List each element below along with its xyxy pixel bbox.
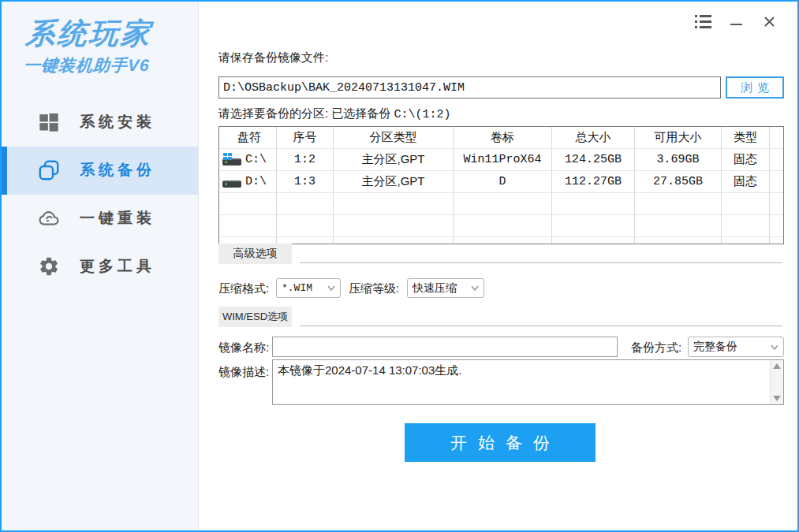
sidebar-nav: 系统安装 系统备份: [2, 99, 198, 291]
chevron-down-icon: [471, 285, 479, 291]
col-part-type: 分区类型: [334, 127, 454, 148]
logo-title: 系统玩家: [24, 19, 200, 50]
col-index: 序号: [277, 127, 334, 148]
scroll-up-icon[interactable]: [773, 363, 781, 369]
volume-cell: Win11ProX64: [454, 149, 552, 170]
col-total: 总大小: [552, 127, 635, 148]
menu-list-icon[interactable]: [693, 13, 712, 30]
cloud-reinstall-icon: [37, 206, 61, 230]
volume-cell: D: [454, 171, 552, 192]
minimize-icon[interactable]: [726, 13, 745, 30]
advanced-options-button[interactable]: 高级选项: [218, 244, 292, 264]
chevron-down-icon: [327, 285, 335, 291]
total-cell: 112.27GB: [552, 171, 635, 192]
compress-level-select[interactable]: 快速压缩: [407, 278, 484, 298]
windows-icon: [37, 110, 61, 134]
start-backup-button[interactable]: 开始备份: [405, 423, 596, 462]
backup-mode-select[interactable]: 完整备份: [688, 337, 784, 357]
sidebar-item-more-tools[interactable]: 更多工具: [2, 243, 198, 291]
sidebar-item-label: 系统安装: [80, 112, 155, 132]
selected-partition-value: C:\(1:2): [394, 108, 451, 121]
free-cell: 3.69GB: [635, 149, 722, 170]
image-name-input[interactable]: [272, 337, 618, 357]
partition-select-label: 请选择要备份的分区: 已选择备份 C:\(1:2): [218, 106, 451, 121]
scrollbar[interactable]: [770, 360, 783, 404]
table-empty-row: [219, 237, 783, 244]
logo-subtitle: 一键装机助手V6: [23, 54, 197, 76]
backup-copy-icon: [37, 158, 61, 182]
save-image-label: 请保存备份镜像文件:: [218, 50, 328, 65]
free-cell: 27.85GB: [635, 171, 722, 192]
col-drive: 盘符: [219, 127, 277, 148]
sidebar-item-label: 系统备份: [80, 160, 155, 180]
drive-cell: C:\: [219, 149, 277, 170]
sidebar-item-label: 一键重装: [80, 208, 155, 229]
col-free: 可用大小: [635, 127, 722, 148]
table-empty-row: [219, 193, 783, 215]
drive-icon: [222, 175, 243, 189]
disk-type-cell: 固态: [722, 171, 770, 192]
titlebar-controls: [693, 13, 778, 30]
table-row-c[interactable]: C:\ 1:2 主分区,GPT Win11ProX64 124.25GB 3.6…: [219, 149, 783, 171]
backup-path-input[interactable]: [218, 76, 721, 99]
part-type-cell: 主分区,GPT: [334, 171, 454, 192]
system-drive-icon: [222, 153, 243, 167]
sidebar: 系统玩家 一键装机助手V6 系统安装: [2, 2, 199, 530]
total-cell: 124.25GB: [552, 149, 635, 170]
table-empty-row: [219, 215, 783, 237]
image-name-label: 镜像名称:: [218, 340, 269, 355]
backup-mode-label: 备份方式:: [631, 340, 681, 355]
close-icon[interactable]: [760, 13, 778, 30]
partition-table[interactable]: 盘符 序号 分区类型 卷标 总大小 可用大小 类型 C:\ 1:2 主分: [218, 126, 784, 244]
app-window: 系统玩家 一键装机助手V6 系统安装: [0, 0, 799, 532]
sidebar-item-label: 更多工具: [80, 256, 155, 277]
drive-cell: D:\: [219, 171, 277, 192]
index-cell: 1:2: [277, 149, 334, 170]
compress-format-label: 压缩格式:: [218, 281, 269, 296]
col-disk-type: 类型: [722, 127, 770, 148]
wim-esd-options-button[interactable]: WIM/ESD选项: [218, 307, 292, 327]
sidebar-item-system-install[interactable]: 系统安装: [2, 99, 198, 147]
part-type-cell: 主分区,GPT: [334, 149, 454, 170]
table-header-row: 盘符 序号 分区类型 卷标 总大小 可用大小 类型: [219, 127, 783, 149]
browse-button[interactable]: 浏览: [726, 76, 784, 99]
compress-format-select[interactable]: *.WIM: [276, 278, 341, 298]
sidebar-item-one-key-reinstall[interactable]: 一键重装: [2, 195, 198, 243]
disk-type-cell: 固态: [722, 149, 770, 170]
image-desc-label: 镜像描述:: [218, 365, 269, 380]
chevron-down-icon: [771, 344, 778, 350]
col-volume: 卷标: [454, 127, 552, 148]
tools-gear-icon: [37, 255, 61, 278]
index-cell: 1:3: [277, 171, 334, 192]
section-divider: [300, 262, 782, 263]
section-divider: [300, 326, 782, 326]
scroll-down-icon[interactable]: [773, 396, 781, 401]
table-row-d[interactable]: D:\ 1:3 主分区,GPT D 112.27GB 27.85GB 固态: [219, 171, 783, 193]
col-spacer: [770, 127, 783, 148]
app-logo: 系统玩家 一键装机助手V6: [0, 2, 201, 84]
sidebar-item-system-backup[interactable]: 系统备份: [2, 147, 198, 195]
main-panel: 请保存备份镜像文件: 浏览 请选择要备份的分区: 已选择备份 C:\(1:2) …: [199, 2, 797, 530]
image-desc-textarea[interactable]: 本镜像于2024-07-14 13:07:03生成.: [272, 359, 784, 405]
image-desc-text: 本镜像于2024-07-14 13:07:03生成.: [278, 363, 766, 378]
compress-level-label: 压缩等级:: [349, 281, 399, 296]
